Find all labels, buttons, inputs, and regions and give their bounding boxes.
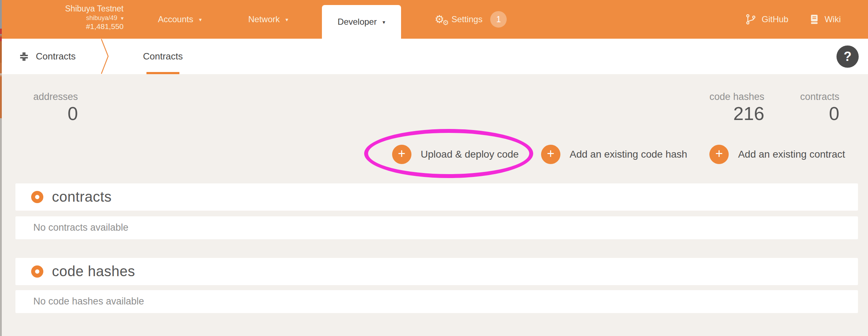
github-label: GitHub bbox=[762, 14, 789, 24]
chevron-down-icon: ▾ bbox=[382, 19, 385, 25]
stat-addresses-value: 0 bbox=[33, 103, 78, 125]
help-button[interactable]: ? bbox=[836, 45, 859, 68]
nav-developer[interactable]: Developer ▾ bbox=[322, 5, 401, 39]
code-hashes-section: code hashes No code hashes available bbox=[15, 258, 858, 313]
add-existing-code-hash-label: Add an existing code hash bbox=[570, 149, 687, 160]
code-hashes-section-header: code hashes bbox=[15, 258, 858, 285]
breadcrumb: Contracts bbox=[36, 51, 76, 62]
top-navigation-bar: Shibuya Testnet shibuya/49 ▾ #1,481,550 … bbox=[0, 0, 868, 39]
contracts-page-content: addresses 0 code hashes 216 contracts 0 … bbox=[0, 74, 868, 336]
plus-icon bbox=[541, 145, 560, 164]
plus-icon bbox=[392, 145, 411, 164]
breadcrumb-divider bbox=[101, 39, 110, 74]
github-link[interactable]: GitHub bbox=[746, 14, 789, 25]
actions-row: Upload & deploy code Add an existing cod… bbox=[0, 144, 868, 165]
nav-developer-label: Developer bbox=[338, 17, 377, 27]
contracts-section: contracts No contracts available bbox=[15, 183, 858, 239]
network-selector[interactable]: Shibuya Testnet shibuya/49 ▾ #1,481,550 bbox=[14, 4, 124, 32]
wiki-label: Wiki bbox=[825, 14, 841, 24]
tab-contracts-label: Contracts bbox=[143, 51, 183, 62]
code-hashes-empty-text: No code hashes available bbox=[33, 296, 144, 307]
chevron-down-icon: ▾ bbox=[199, 17, 202, 22]
stat-code-hashes: code hashes 216 bbox=[709, 91, 764, 125]
nav-network-label: Network bbox=[248, 14, 280, 24]
gear-icon: ⚙⚙ bbox=[435, 14, 444, 25]
upload-deploy-code-button[interactable]: Upload & deploy code bbox=[392, 145, 519, 164]
contracts-section-title: contracts bbox=[52, 189, 112, 205]
tab-contracts[interactable]: Contracts bbox=[139, 39, 187, 74]
nav-settings[interactable]: ⚙⚙ Settings 1 bbox=[422, 0, 520, 39]
git-branch-icon bbox=[746, 14, 756, 25]
bullet-icon bbox=[31, 191, 43, 203]
screen-edge-artifact bbox=[0, 0, 2, 336]
stat-code-hashes-label: code hashes bbox=[709, 91, 764, 102]
tab-bar: Contracts Contracts ? bbox=[0, 39, 868, 74]
main-nav: Accounts ▾ Network ▾ Developer ▾ ⚙⚙ Sett… bbox=[145, 0, 520, 39]
summary-bar: addresses 0 code hashes 216 contracts 0 bbox=[0, 74, 868, 125]
plus-icon bbox=[709, 145, 729, 164]
code-hashes-section-title: code hashes bbox=[52, 263, 135, 279]
stat-contracts-label: contracts bbox=[800, 91, 839, 102]
book-icon bbox=[809, 14, 819, 25]
chevron-down-icon: ▾ bbox=[121, 15, 124, 21]
add-existing-contract-button[interactable]: Add an existing contract bbox=[709, 145, 845, 164]
stat-code-hashes-value: 216 bbox=[709, 103, 764, 125]
wiki-link[interactable]: Wiki bbox=[809, 14, 841, 25]
stat-addresses-label: addresses bbox=[33, 91, 78, 102]
contracts-app-icon bbox=[19, 51, 29, 62]
stat-addresses: addresses 0 bbox=[33, 91, 78, 125]
bullet-icon bbox=[31, 265, 43, 278]
node-version-label: shibuya/49 bbox=[86, 14, 117, 22]
contracts-empty-text: No contracts available bbox=[33, 222, 129, 233]
stat-contracts: contracts 0 bbox=[800, 91, 839, 125]
settings-badge: 1 bbox=[490, 11, 507, 28]
nav-network[interactable]: Network ▾ bbox=[235, 0, 301, 39]
chevron-down-icon: ▾ bbox=[285, 17, 288, 22]
gear-icon: ⚙ bbox=[443, 19, 449, 26]
code-hashes-empty-row: No code hashes available bbox=[15, 290, 858, 313]
upload-deploy-code-label: Upload & deploy code bbox=[421, 149, 519, 160]
contracts-empty-row: No contracts available bbox=[15, 216, 858, 239]
block-number: #1,481,550 bbox=[14, 22, 124, 31]
external-links: GitHub Wiki bbox=[746, 0, 841, 39]
nav-settings-label: Settings bbox=[452, 14, 483, 24]
right-stats: code hashes 216 contracts 0 bbox=[709, 91, 839, 125]
add-existing-contract-label: Add an existing contract bbox=[738, 149, 845, 160]
stat-contracts-value: 0 bbox=[800, 103, 839, 125]
nav-accounts[interactable]: Accounts ▾ bbox=[145, 0, 214, 39]
nav-accounts-label: Accounts bbox=[158, 14, 193, 24]
network-node: shibuya/49 ▾ bbox=[14, 14, 124, 22]
add-existing-code-hash-button[interactable]: Add an existing code hash bbox=[541, 145, 687, 164]
contracts-section-header: contracts bbox=[15, 183, 858, 211]
network-name: Shibuya Testnet bbox=[14, 4, 124, 14]
